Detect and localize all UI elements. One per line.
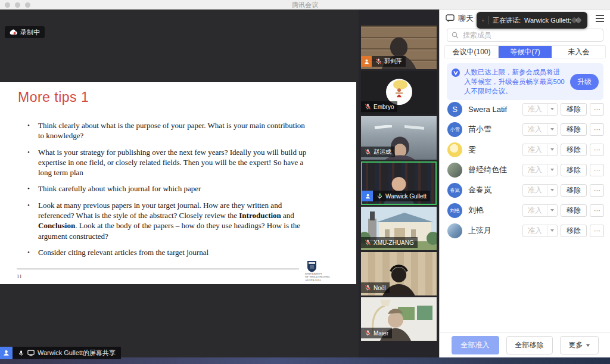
more-button[interactable]: ⋯: [590, 184, 604, 197]
member-row: 上弦月 准入 移除 ⋯: [440, 220, 610, 241]
menu-icon[interactable]: [596, 15, 604, 22]
participant-name: XMU-ZHUANG: [374, 239, 414, 246]
avatar: 春岚: [447, 183, 462, 198]
screen-share-area: 录制中 More tips 1 • Think clearly about wh…: [0, 10, 359, 357]
video-tile-guojianping[interactable]: 郭剑萍: [361, 26, 437, 69]
more-actions-button[interactable]: 更多: [560, 336, 599, 354]
avatar: 小雪: [447, 122, 462, 137]
member-name: 曾经绮色佳: [468, 164, 522, 175]
member-row: 雯 准入 移除 ⋯: [440, 139, 610, 160]
search-icon: [452, 32, 459, 39]
bullet-item: • What is your strategy for publishing o…: [27, 147, 309, 178]
upgrade-button[interactable]: 升级: [570, 74, 599, 90]
remove-button[interactable]: 移除: [561, 144, 587, 156]
video-tile-noel[interactable]: Noël: [361, 252, 437, 295]
caret-down-icon: [550, 128, 554, 130]
caret-down-icon: [550, 108, 554, 110]
share-label-text: Warwick Gullett的屏幕共享: [38, 349, 116, 357]
participant-name: Embryo: [374, 104, 394, 110]
mic-on-icon: [18, 350, 24, 357]
admit-button[interactable]: 准入: [523, 124, 547, 135]
member-row: 刘艳 刘艳 准入 移除 ⋯: [440, 200, 610, 220]
tab-waiting[interactable]: 等候中(7): [499, 46, 552, 58]
caret-down-icon: [550, 229, 554, 232]
admit-dropdown[interactable]: [547, 205, 557, 216]
member-panel: 聊天 会议中(100) 等候中(7) 未入会 人数已达上限，新参会成员将进入等候…: [439, 10, 610, 357]
notice-text: 人数已达上限，新参会成员将进入等候室，升级会员畅享最高500人不限时会议。: [464, 67, 566, 96]
mic-active-icon: [376, 192, 383, 200]
waiting-member-list: S Swera Latif 准入 移除 ⋯ 小雪 苗小雪 准入: [440, 99, 610, 241]
more-button[interactable]: ⋯: [590, 144, 604, 156]
admit-dropdown[interactable]: [547, 225, 557, 237]
bullet-item: • Think carefully about which journal fo…: [27, 183, 309, 194]
caret-down-icon: [586, 344, 590, 347]
member-name: 上弦月: [468, 225, 522, 236]
more-button[interactable]: ⋯: [590, 164, 604, 176]
remove-button[interactable]: 移除: [561, 225, 587, 237]
more-button[interactable]: ⋯: [590, 204, 604, 217]
admit-split-button: 准入: [522, 103, 558, 116]
member-name: Swera Latif: [468, 105, 522, 114]
search-input[interactable]: [462, 30, 599, 40]
remove-button[interactable]: 移除: [561, 204, 587, 217]
participant-name: Noël: [374, 285, 386, 291]
admit-button[interactable]: 准入: [523, 185, 547, 196]
admit-dropdown[interactable]: [547, 104, 557, 115]
self-badge-icon: [362, 191, 373, 201]
member-name: 刘艳: [468, 205, 522, 216]
admit-dropdown[interactable]: [547, 124, 557, 135]
admit-dropdown[interactable]: [547, 164, 557, 176]
admit-button[interactable]: 准入: [523, 225, 547, 237]
slide-bullets: • Think clearly about what is the purpos…: [27, 120, 309, 263]
member-search[interactable]: [447, 29, 603, 42]
mic-muted-icon: [375, 58, 382, 65]
bullet-item: • Think clearly about what is the purpos…: [27, 120, 309, 141]
more-button[interactable]: ⋯: [590, 103, 604, 116]
participant-name: 郭剑萍: [384, 57, 402, 66]
mic-muted-icon: [365, 329, 371, 337]
screen-share-status: Warwick Gullett的屏幕共享: [0, 347, 121, 359]
video-tile-warwick-gullett[interactable]: Warwick Gullett: [361, 161, 437, 205]
remove-all-button[interactable]: 全部移除: [506, 336, 553, 354]
panel-title: 聊天: [458, 13, 474, 24]
more-button[interactable]: ⋯: [590, 123, 604, 136]
caret-down-icon: [550, 209, 554, 211]
speaking-label: 正在讲话:: [493, 16, 521, 25]
remove-button[interactable]: 移除: [561, 164, 587, 176]
macos-titlebar: 腾讯会议: [0, 0, 610, 10]
bullet-item: • Consider citing relevant articles from…: [27, 247, 309, 257]
participant-name: Warwick Gullett: [385, 193, 427, 200]
video-tile-xmu-zhuang[interactable]: XMU-ZHUANG: [361, 207, 437, 250]
remove-button[interactable]: 移除: [561, 123, 587, 136]
mic-muted-icon: [365, 103, 371, 110]
mic-muted-icon: [365, 239, 371, 246]
admit-split-button: 准入: [522, 123, 558, 136]
admit-all-button[interactable]: 全部准入: [452, 336, 499, 354]
recording-badge[interactable]: 录制中: [5, 26, 45, 38]
admit-button[interactable]: 准入: [523, 144, 547, 155]
uow-shield-icon: [307, 261, 316, 272]
video-tile-embryo[interactable]: Embryo: [361, 71, 437, 114]
tab-in-meeting[interactable]: 会议中(100): [445, 46, 499, 58]
speaking-toast: 正在讲话: Warwick Gullett;: [477, 12, 587, 29]
speaking-name: Warwick Gullett;: [524, 17, 571, 24]
more-button[interactable]: ⋯: [590, 225, 604, 237]
mic-muted-icon: [365, 148, 371, 155]
vip-badge-icon: [452, 69, 460, 77]
admit-button[interactable]: 准入: [523, 104, 547, 115]
slide-title: More tips 1: [18, 89, 89, 105]
member-row: 小雪 苗小雪 准入 移除 ⋯: [440, 119, 610, 139]
member-name: 金春岚: [468, 185, 522, 195]
remove-button[interactable]: 移除: [561, 103, 587, 116]
admit-button[interactable]: 准入: [523, 205, 547, 216]
admit-dropdown[interactable]: [547, 144, 557, 155]
video-tile-zhaoyuncheng[interactable]: 赵运成: [361, 116, 437, 160]
chat-icon: [446, 14, 455, 23]
remove-button[interactable]: 移除: [561, 184, 587, 197]
member-tabs: 会议中(100) 等候中(7) 未入会: [444, 45, 606, 58]
admit-dropdown[interactable]: [547, 185, 557, 196]
video-strip: 郭剑萍 Embryo: [359, 10, 439, 357]
video-tile-maier[interactable]: Maier: [361, 297, 437, 341]
tab-not-joined[interactable]: 未入会: [552, 46, 605, 58]
admit-button[interactable]: 准入: [523, 164, 547, 176]
